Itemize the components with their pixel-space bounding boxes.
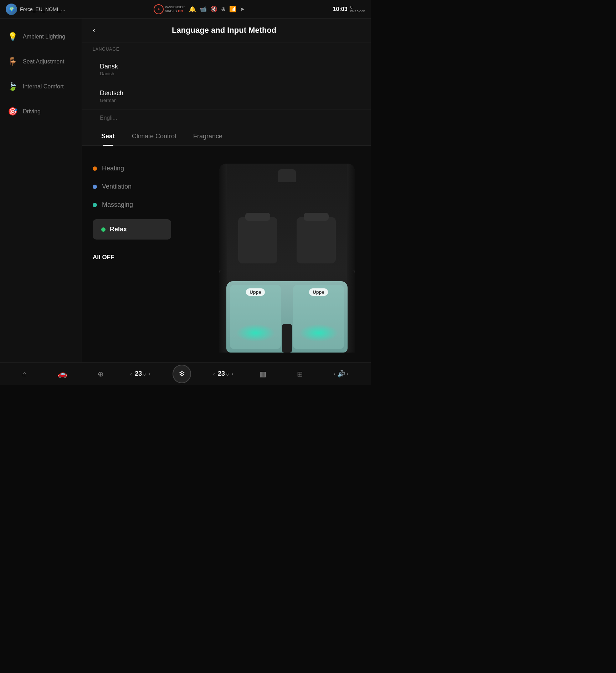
front-door-bar-right (347, 271, 355, 353)
lang-header: ‹ Language and Input Method (82, 19, 371, 42)
avatar: 🌍 (6, 4, 17, 15)
rear-headrest-left (245, 213, 270, 221)
app-title: Force_EU_NOMI_... (20, 6, 65, 12)
mute-icon: 🔇 (210, 6, 217, 12)
rear-seat-right (297, 217, 336, 263)
pm25: 0 PM2.5 OFF (350, 5, 365, 13)
home-icon: ⌂ (22, 370, 27, 378)
seat-content: Heating Ventilation Massaging Relax All … (82, 150, 371, 362)
sidebar-label-ambient: Ambient Lighting (23, 34, 65, 40)
door-bar-left (219, 164, 227, 271)
massaging-label: Massaging (102, 201, 133, 209)
sidebar-item-seat-adjustment[interactable]: 🪑 Seat Adjustment (0, 51, 82, 73)
front-seat-left[interactable]: Uppe (230, 285, 281, 349)
tabs-row: Seat Climate Control Fragrance (82, 126, 371, 146)
map-button[interactable]: ⊕ (93, 367, 108, 381)
temp-right-display: 23 .0 (218, 370, 229, 377)
notification-icon: 🔔 (189, 6, 196, 12)
status-center: ⊘ PASSENGER AIRBAG ON 🔔 📹 🔇 ⊕ 📶 ➤ (154, 4, 245, 14)
temp-right-up[interactable]: › (231, 371, 233, 377)
language-item-deutsch[interactable]: Deutsch German (82, 83, 371, 110)
back-button[interactable]: ‹ (93, 26, 95, 35)
car-button[interactable]: 🚗 (53, 366, 71, 381)
lang-name-deutsch: Deutsch (100, 89, 353, 97)
grid-icon: ⊞ (297, 370, 303, 378)
language-section-label: LANGUAGE (82, 42, 371, 56)
status-icons: 🔔 📹 🔇 ⊕ 📶 ➤ (189, 6, 245, 12)
temp-left-sub: .0 (142, 372, 145, 376)
seat-label-left: Uppe (246, 288, 265, 296)
temp-right-control: ‹ 23 .0 › (213, 370, 233, 377)
airbag-indicator: ⊘ PASSENGER AIRBAG ON (154, 4, 185, 14)
driving-icon: 🎯 (7, 107, 18, 116)
sidebar-label-seat: Seat Adjustment (23, 58, 65, 65)
relax-label: Relax (110, 226, 127, 233)
sidebar-item-driving[interactable]: 🎯 Driving (0, 101, 82, 123)
lang-subname-deutsch: German (100, 98, 353, 103)
defroster-icon: ▦ (260, 370, 266, 378)
car-top-view (219, 164, 355, 271)
temp-right-value: 23 (218, 370, 225, 377)
airbag-label: PASSENGER AIRBAG ON (165, 5, 185, 13)
massaging-control[interactable]: Massaging (93, 201, 192, 209)
ambient-lighting-icon: 💡 (7, 32, 18, 41)
lang-title: Language and Input Method (102, 26, 346, 35)
sidebar-label-driving: Driving (23, 108, 41, 115)
tab-seat[interactable]: Seat (93, 126, 123, 145)
temp-left-down[interactable]: ‹ (130, 371, 132, 377)
temp-left-value: 23 (135, 370, 142, 377)
front-seat-right[interactable]: Uppe (293, 285, 344, 349)
seat-controls: Heating Ventilation Massaging Relax All … (82, 150, 203, 362)
rear-seats (238, 217, 336, 263)
rear-headrest-right (304, 213, 329, 221)
content-area: ‹ Language and Input Method LANGUAGE Dan… (82, 19, 371, 362)
bluetooth-icon: ⊕ (221, 6, 226, 12)
clock: 10:03 (333, 6, 348, 12)
airbag-icon: ⊘ (154, 4, 164, 14)
map-icon: ⊕ (98, 370, 104, 378)
sidebar-item-internal-comfort[interactable]: 🍃 Internal Comfort (0, 76, 82, 98)
tab-climate-control[interactable]: Climate Control (123, 126, 185, 145)
heating-control[interactable]: Heating (93, 165, 192, 172)
lang-subname-dansk: Danish (100, 71, 353, 76)
temp-right-down[interactable]: ‹ (213, 371, 215, 377)
rear-seat-left (238, 217, 277, 263)
ventilation-control[interactable]: Ventilation (93, 183, 192, 190)
car-icon: 🚗 (57, 369, 67, 379)
ventilation-dot (93, 185, 97, 189)
language-item-dansk[interactable]: Dansk Danish (82, 56, 371, 83)
volume-icon: 🔊 (337, 370, 345, 378)
temp-left-up[interactable]: › (148, 371, 150, 377)
sidebar: 💡 Ambient Lighting 🪑 Seat Adjustment 🍃 I… (0, 19, 82, 362)
front-area: Uppe Uppe (219, 271, 355, 353)
language-panel: ‹ Language and Input Method LANGUAGE Dan… (82, 19, 371, 146)
defroster-button[interactable]: ▦ (255, 367, 271, 381)
tab-fragrance[interactable]: Fragrance (185, 126, 231, 145)
language-item-english-cutoff: Engli... (82, 110, 371, 126)
seat-glow-right (299, 324, 338, 342)
camera-icon: 📹 (200, 6, 207, 12)
seat-label-right: Uppe (309, 288, 328, 296)
relax-button[interactable]: Relax (93, 219, 171, 240)
vol-down-button[interactable]: ‹ (334, 371, 335, 377)
status-bar: 🌍 Force_EU_NOMI_... ⊘ PASSENGER AIRBAG O… (0, 0, 371, 19)
vol-up-button[interactable]: › (346, 371, 348, 377)
wifi-icon: 📶 (229, 6, 236, 12)
fan-button[interactable]: ❄ (173, 365, 191, 383)
home-button[interactable]: ⌂ (18, 367, 31, 381)
temp-left-control: ‹ 23 .0 › (130, 370, 150, 377)
sidebar-item-ambient-lighting[interactable]: 💡 Ambient Lighting (0, 26, 82, 48)
massaging-dot (93, 203, 97, 207)
status-left: 🌍 Force_EU_NOMI_... (6, 4, 65, 15)
car-container: Uppe Uppe (219, 164, 355, 349)
center-console (282, 324, 292, 353)
relax-dot (101, 227, 106, 232)
status-right: 10:03 0 PM2.5 OFF (333, 5, 365, 13)
seat-glow-left (236, 324, 275, 342)
grid-button[interactable]: ⊞ (293, 367, 307, 381)
main-layout: 💡 Ambient Lighting 🪑 Seat Adjustment 🍃 I… (0, 19, 371, 362)
fan-icon: ❄ (179, 369, 185, 379)
temp-left-display: 23 .0 (135, 370, 145, 377)
door-bar-right (347, 164, 355, 271)
all-off-button[interactable]: All OFF (93, 250, 192, 264)
